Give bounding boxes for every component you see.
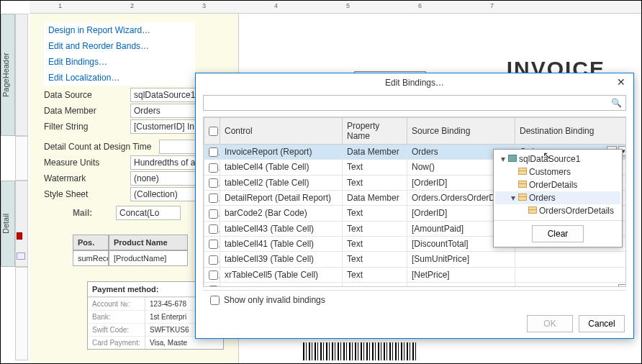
cell-property: Text (343, 175, 407, 190)
col-source[interactable]: Source Binding (407, 118, 515, 145)
mail-label: Mail: (73, 208, 116, 218)
mail-row: Mail: Concat(Lo (73, 206, 181, 220)
row-checkbox[interactable] (204, 190, 220, 205)
cell-property: Data Member (343, 190, 407, 205)
mail-value[interactable]: Concat(Lo (116, 206, 181, 220)
prop-label: Detail Count at Design Time (44, 142, 159, 152)
table-icon (518, 194, 527, 201)
row-checkbox[interactable] (204, 145, 220, 160)
cancel-button[interactable]: Cancel (579, 315, 625, 332)
row-checkbox[interactable] (204, 206, 220, 221)
payment-label: Card Payment: (88, 336, 145, 349)
cell-source: [PosDiscount] (407, 282, 515, 287)
payment-label: Account №: (88, 297, 145, 310)
table-icon (518, 168, 527, 175)
ok-button[interactable]: OK (527, 315, 573, 332)
checkbox-header[interactable] (204, 118, 220, 145)
cell-destination[interactable] (515, 252, 627, 267)
row-checkbox[interactable] (204, 267, 220, 282)
search-box: 🔍 (203, 95, 626, 111)
table-row[interactable]: xrTableCell5 (Table Cell)Text[NetPrice] (204, 267, 627, 282)
cell-destination[interactable]: [calculatedField1]… (515, 282, 627, 287)
prop-label: Watermark (44, 173, 130, 183)
col-control[interactable]: Control (220, 118, 343, 145)
ellipsis-icon[interactable]: … (618, 284, 626, 287)
row-checkbox[interactable] (204, 236, 220, 251)
database-icon (508, 155, 517, 162)
tree-node-orderdetails[interactable]: OrderDetails (495, 178, 620, 191)
detail-table[interactable]: Pos. Product Name sumRecor [ProductName] (73, 235, 188, 266)
cell-control: DetailReport (Detail Report) (220, 190, 343, 205)
tree-node-orders[interactable]: ▾Orders↖ (495, 191, 620, 204)
table-icon (528, 206, 537, 214)
edit-bindings-dialog: Edit Bindings… ✕ 🔍 Control Property Name… (195, 73, 634, 339)
table-icon (518, 181, 527, 188)
band-strip (15, 136, 28, 181)
row-checkbox[interactable] (204, 252, 220, 267)
cell-source: [SumUnitPrice] (407, 252, 515, 267)
col-destination[interactable]: Destination Binding (515, 118, 627, 145)
show-invalid-checkbox[interactable]: Show only invalid bindings (210, 295, 325, 305)
cell-property: Text (343, 236, 407, 251)
cell-control: barCode2 (Bar Code) (220, 206, 343, 221)
barcode[interactable] (303, 342, 418, 360)
cell-control: tableCell39 (Table Cell) (220, 252, 343, 267)
col-header-pos: Pos. (73, 235, 109, 250)
bindings-grid: Control Property Name Source Binding Des… (203, 117, 626, 287)
band-detail[interactable]: Detail (1, 181, 15, 267)
cell-property: Data Member (343, 145, 407, 160)
prop-label: Data Member (44, 106, 130, 116)
prop-label: Filter String (44, 122, 130, 132)
tree-node-root[interactable]: ▾sqlDataSource1 (495, 153, 620, 165)
cell-property: Text (343, 282, 407, 287)
band-handle-icon[interactable] (17, 232, 22, 240)
payment-label: Bank: (88, 310, 145, 323)
search-icon[interactable]: 🔍 (611, 98, 622, 108)
table-row[interactable]: xrTableCell4 (Table Cell)Text[PosDiscoun… (204, 282, 627, 287)
cell-destination[interactable] (515, 267, 627, 282)
clear-button[interactable]: Clear (532, 225, 584, 242)
edit-bindings-link[interactable]: Edit Bindings… (44, 54, 195, 70)
cell-name[interactable]: [ProductName] (109, 250, 188, 266)
band-handle-icon[interactable] (17, 252, 25, 260)
col-header-name: Product Name (109, 235, 188, 250)
row-checkbox[interactable] (204, 175, 220, 190)
grid-header-row: Control Property Name Source Binding Des… (204, 118, 627, 145)
row-checkbox[interactable] (204, 221, 220, 236)
row-checkbox[interactable] (204, 160, 220, 175)
cell-pos[interactable]: sumRecor (73, 250, 109, 266)
design-wizard-link[interactable]: Design in Report Wizard… (44, 22, 195, 38)
tree-node-customers[interactable]: Customers (495, 165, 620, 178)
edit-localization-link[interactable]: Edit Localization… (44, 70, 195, 86)
cell-control: tableCell2 (Table Cell) (220, 175, 343, 190)
smart-tag-menu: Design in Report Wizard… Edit and Reorde… (44, 22, 195, 86)
cell-property: Text (343, 221, 407, 236)
table-row[interactable]: tableCell39 (Table Cell)Text[SumUnitPric… (204, 252, 627, 267)
cell-control: xrTableCell5 (Table Cell) (220, 267, 343, 282)
band-strip (15, 267, 28, 360)
prop-label: Measure Units (44, 158, 130, 168)
edit-bands-link[interactable]: Edit and Reorder Bands… (44, 38, 195, 54)
prop-label: Data Source (44, 90, 130, 100)
cell-property: Text (343, 252, 407, 267)
cell-control: tableCell43 (Table Cell) (220, 221, 343, 236)
tree-node-ordersorderdetails[interactable]: OrdersOrderDetails (495, 204, 620, 217)
dialog-title: Edit Bindings… ✕ (196, 73, 633, 92)
band-pageheader[interactable]: PageHeader (1, 14, 15, 136)
ruler-top: 1 2 3 4 5 6 7 (30, 1, 641, 14)
row-checkbox[interactable] (204, 282, 220, 287)
cell-control: tableCell4 (Table Cell) (220, 160, 343, 175)
cell-control: tableCell41 (Table Cell) (220, 236, 343, 251)
close-icon[interactable]: ✕ (615, 76, 628, 89)
cell-property: Text (343, 267, 407, 282)
prop-label: Style Sheet (44, 189, 130, 199)
cell-control: InvoiceReport (Report) (220, 145, 343, 160)
band-strip (15, 14, 28, 136)
payment-label: Swift Code: (88, 323, 145, 336)
search-input[interactable] (203, 95, 626, 111)
cell-property: Text (343, 206, 407, 221)
cell-source: [NetPrice] (407, 267, 515, 282)
col-property[interactable]: Property Name (343, 118, 407, 145)
data-source-tree-popup: ▾sqlDataSource1 Customers OrderDetails ▾… (493, 149, 623, 247)
cell-property: Text (343, 160, 407, 175)
